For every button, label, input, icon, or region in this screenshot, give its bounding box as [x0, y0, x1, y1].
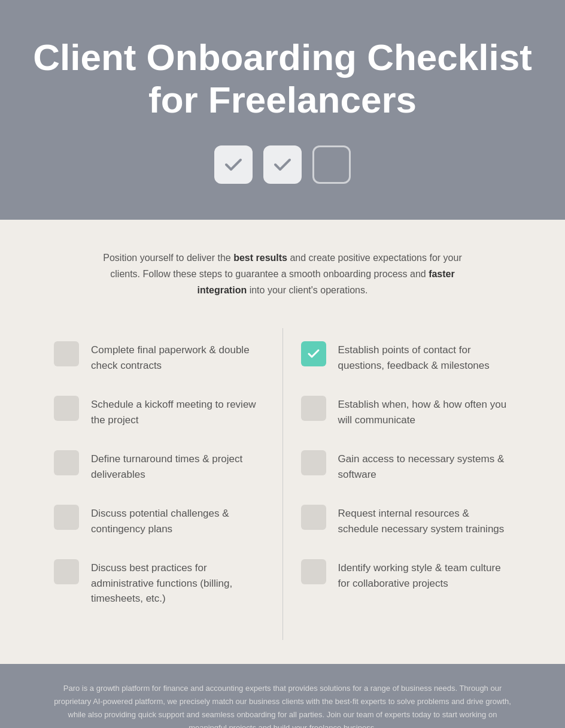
header-section: Client Onboarding Checklist for Freelanc… — [0, 0, 565, 220]
intro-text: Position yourself to deliver the best re… — [96, 250, 469, 299]
intro-section: Position yourself to deliver the best re… — [0, 220, 565, 317]
header-checkbox-2 — [263, 145, 302, 184]
checkbox-l5[interactable] — [54, 559, 79, 584]
checkbox-r4[interactable] — [301, 505, 326, 530]
checkbox-l3[interactable] — [54, 450, 79, 475]
item-text-l4: Discuss potential challenges & contingen… — [91, 503, 265, 536]
item-text-l2: Schedule a kickoff meeting to review the… — [91, 395, 265, 427]
checkbox-r2[interactable] — [301, 396, 326, 421]
checkbox-l4[interactable] — [54, 505, 79, 530]
checklist-item-r2: Establish when, how & how often you will… — [301, 395, 512, 427]
item-text-r5: Identify working style & team culture fo… — [338, 558, 512, 591]
checklist-item-l5: Discuss best practices for administrativ… — [54, 558, 265, 606]
checklist-item-l1: Complete final paperwork & double check … — [54, 340, 265, 373]
header-checkbox-3 — [312, 145, 351, 184]
header-checkbox-1 — [214, 145, 253, 184]
checklist-item-l2: Schedule a kickoff meeting to review the… — [54, 395, 265, 427]
item-text-l3: Define turnaround times & project delive… — [91, 449, 265, 482]
checkbox-l2[interactable] — [54, 396, 79, 421]
checklist-right-column: Establish points of contact for question… — [283, 328, 530, 640]
checkbox-l1[interactable] — [54, 341, 79, 366]
checklist-item-r5: Identify working style & team culture fo… — [301, 558, 512, 591]
item-text-r2: Establish when, how & how often you will… — [338, 395, 512, 427]
checklist-left-column: Complete final paperwork & double check … — [36, 328, 283, 640]
page-title: Client Onboarding Checklist for Freelanc… — [12, 36, 553, 122]
item-text-l5: Discuss best practices for administrativ… — [91, 558, 265, 606]
footer-text: Paro is a growth platform for finance an… — [48, 682, 517, 728]
checklist-item-l3: Define turnaround times & project delive… — [54, 449, 265, 482]
item-text-l1: Complete final paperwork & double check … — [91, 340, 265, 373]
checklist-container: Complete final paperwork & double check … — [0, 316, 565, 664]
checklist-item-r1: Establish points of contact for question… — [301, 340, 512, 373]
checkbox-r1[interactable] — [301, 341, 326, 366]
footer-section: Paro is a growth platform for finance an… — [0, 664, 565, 728]
checklist-item-l4: Discuss potential challenges & contingen… — [54, 503, 265, 536]
header-icons — [12, 145, 553, 184]
item-text-r3: Gain access to necessary systems & softw… — [338, 449, 512, 482]
checklist-item-r3: Gain access to necessary systems & softw… — [301, 449, 512, 482]
item-text-r4: Request internal resources & schedule ne… — [338, 503, 512, 536]
item-text-r1: Establish points of contact for question… — [338, 340, 512, 373]
checklist-item-r4: Request internal resources & schedule ne… — [301, 503, 512, 536]
checkbox-r3[interactable] — [301, 450, 326, 475]
checkbox-r5[interactable] — [301, 559, 326, 584]
